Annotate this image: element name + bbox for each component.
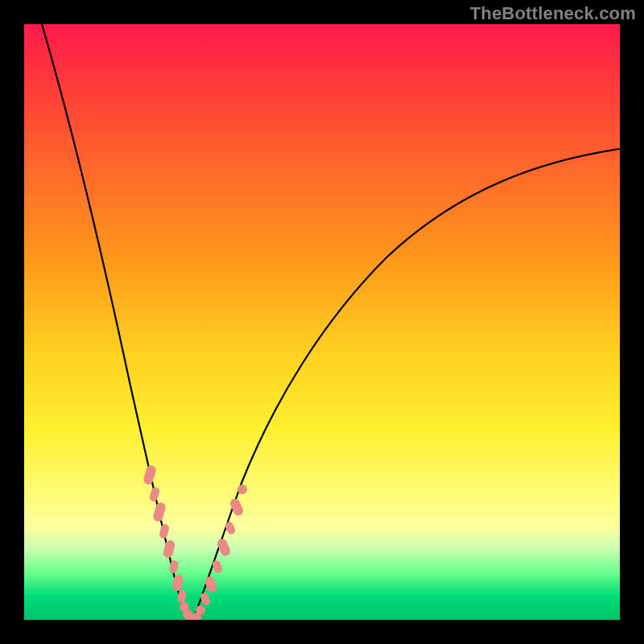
svg-rect-14 bbox=[204, 576, 218, 594]
svg-rect-13 bbox=[200, 592, 211, 606]
watermark-text: TheBottleneck.com bbox=[470, 3, 636, 24]
svg-rect-2 bbox=[152, 502, 167, 522]
svg-rect-4 bbox=[163, 539, 176, 559]
svg-point-12 bbox=[196, 605, 205, 615]
curve-layer bbox=[24, 24, 620, 620]
svg-point-19 bbox=[237, 485, 247, 494]
svg-rect-6 bbox=[171, 574, 184, 592]
svg-rect-3 bbox=[159, 523, 170, 539]
svg-rect-1 bbox=[149, 486, 161, 502]
bottleneck-curve-right bbox=[193, 149, 620, 620]
svg-rect-0 bbox=[142, 464, 157, 485]
plot-area bbox=[24, 24, 620, 620]
chart-canvas: TheBottleneck.com bbox=[0, 0, 644, 644]
data-points-left bbox=[142, 464, 196, 620]
